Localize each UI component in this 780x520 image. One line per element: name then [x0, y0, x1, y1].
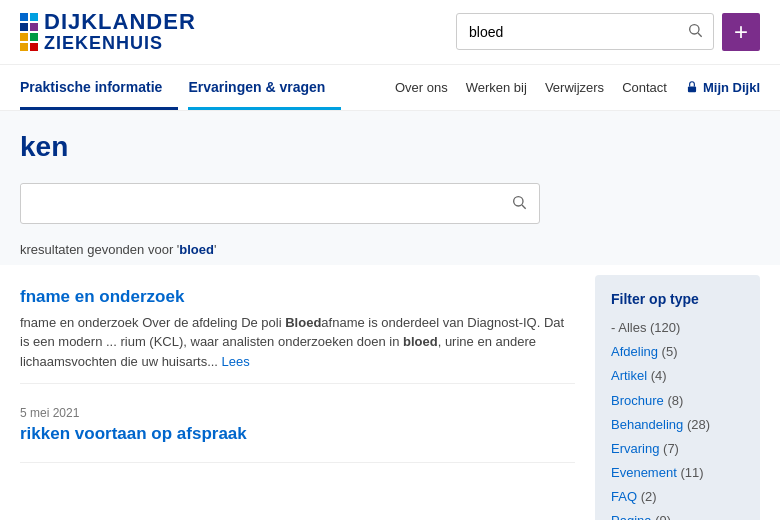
filter-link-ervaring[interactable]: Ervaring — [611, 441, 659, 456]
filter-link-evenement[interactable]: Evenement — [611, 465, 677, 480]
filter-alles-label: - Alles — [611, 320, 650, 335]
nav-right: Over ons Werken bij Verwijzers Contact M… — [395, 80, 760, 95]
filter-count-evenement: (11) — [680, 465, 703, 480]
svg-rect-10 — [688, 87, 696, 93]
results-prefix: kresultaten gevonden voor ' — [20, 242, 179, 257]
logo-graphic — [20, 13, 38, 51]
filter-count-pagina: (9) — [655, 513, 671, 520]
nav-left: Praktische informatie Ervaringen & vrage… — [20, 65, 351, 110]
svg-rect-1 — [30, 13, 38, 21]
svg-line-12 — [522, 205, 526, 209]
nav-item-praktische[interactable]: Praktische informatie — [20, 65, 178, 110]
lock-icon — [685, 80, 699, 94]
svg-rect-5 — [30, 33, 38, 41]
results-suffix: ' — [214, 242, 216, 257]
mijn-label: Mijn Dijkl — [703, 80, 760, 95]
header-search-input[interactable] — [457, 16, 677, 48]
nav-over-ons[interactable]: Over ons — [395, 80, 448, 95]
svg-point-8 — [690, 25, 699, 34]
result-read-more-1[interactable]: Lees — [222, 354, 250, 369]
content-search-icon — [511, 194, 527, 210]
logo: DIJKLANDER ZIEKENHUIS — [20, 10, 196, 54]
content-search-box — [20, 183, 540, 224]
filter-item-pagina[interactable]: Pagina (9) — [611, 512, 744, 520]
content-search-section — [0, 173, 780, 234]
filter-link-artikel[interactable]: Artikel — [611, 368, 647, 383]
filter-link-brochure[interactable]: Brochure — [611, 393, 664, 408]
filter-alles-count: (120) — [650, 320, 680, 335]
filter-item-artikel[interactable]: Artikel (4) — [611, 367, 744, 385]
results-info: kresultaten gevonden voor 'bloed' — [0, 234, 780, 265]
header-search-button[interactable] — [677, 14, 713, 49]
filter-title: Filter op type — [611, 291, 744, 307]
nav: Praktische informatie Ervaringen & vrage… — [0, 65, 780, 111]
filter-item-afdeling[interactable]: Afdeling (5) — [611, 343, 744, 361]
filter-count-behandeling: (28) — [687, 417, 710, 432]
filter-item-behandeling[interactable]: Behandeling (28) — [611, 416, 744, 434]
result-item-2: 5 mei 2021 rikken voortaan op afspraak — [20, 384, 575, 463]
main-layout: fname en onderzoek fname en onderzoek Ov… — [0, 265, 780, 520]
content-search-input[interactable] — [21, 185, 499, 221]
filter-count-artikel: (4) — [651, 368, 667, 383]
mijn-dijklander-button[interactable]: Mijn Dijkl — [685, 80, 760, 95]
results-list: fname en onderzoek fname en onderzoek Ov… — [20, 275, 575, 520]
filter-sidebar: Filter op type - Alles (120) Afdeling (5… — [595, 275, 760, 520]
filter-link-pagina[interactable]: Pagina — [611, 513, 651, 520]
header-search-container — [456, 13, 714, 50]
filter-item-evenement[interactable]: Evenement (11) — [611, 464, 744, 482]
plus-button[interactable]: + — [722, 13, 760, 51]
result-title-2[interactable]: rikken voortaan op afspraak — [20, 424, 575, 444]
filter-link-behandeling[interactable]: Behandeling — [611, 417, 683, 432]
result-date-2: 5 mei 2021 — [20, 406, 575, 420]
page-title: ken — [20, 131, 760, 163]
header-search-icon — [687, 22, 703, 38]
svg-rect-4 — [20, 33, 28, 41]
svg-rect-7 — [30, 43, 38, 51]
filter-item-ervaring[interactable]: Ervaring (7) — [611, 440, 744, 458]
svg-rect-6 — [20, 43, 28, 51]
logo-text: DIJKLANDER ZIEKENHUIS — [44, 10, 196, 54]
filter-item-brochure[interactable]: Brochure (8) — [611, 392, 744, 410]
svg-line-9 — [698, 33, 702, 37]
filter-count-afdeling: (5) — [662, 344, 678, 359]
filter-link-afdeling[interactable]: Afdeling — [611, 344, 658, 359]
filter-count-brochure: (8) — [667, 393, 683, 408]
result-title-1[interactable]: fname en onderzoek — [20, 287, 575, 307]
filter-count-faq: (2) — [641, 489, 657, 504]
filter-link-faq[interactable]: FAQ — [611, 489, 637, 504]
logo-dijklander: DIJKLANDER — [44, 10, 196, 34]
svg-rect-0 — [20, 13, 28, 21]
filter-item-all[interactable]: - Alles (120) — [611, 319, 744, 337]
result-item-1: fname en onderzoek fname en onderzoek Ov… — [20, 275, 575, 385]
logo-ziekenhuis: ZIEKENHUIS — [44, 34, 196, 54]
header-right: + — [456, 13, 760, 51]
svg-rect-3 — [30, 23, 38, 31]
filter-box: Filter op type - Alles (120) Afdeling (5… — [595, 275, 760, 520]
result-text-1: fname en onderzoek Over de afdeling De p… — [20, 313, 575, 372]
results-keyword: bloed — [179, 242, 214, 257]
content-search-button[interactable] — [499, 184, 539, 223]
nav-contact[interactable]: Contact — [622, 80, 667, 95]
nav-item-ervaringen[interactable]: Ervaringen & vragen — [188, 65, 341, 110]
header: DIJKLANDER ZIEKENHUIS + — [0, 0, 780, 65]
svg-rect-2 — [20, 23, 28, 31]
filter-item-faq[interactable]: FAQ (2) — [611, 488, 744, 506]
nav-werken-bij[interactable]: Werken bij — [466, 80, 527, 95]
filter-count-ervaring: (7) — [663, 441, 679, 456]
svg-point-11 — [514, 197, 523, 206]
logo-icon — [20, 13, 38, 51]
page-title-section: ken — [0, 111, 780, 173]
nav-verwijzers[interactable]: Verwijzers — [545, 80, 604, 95]
